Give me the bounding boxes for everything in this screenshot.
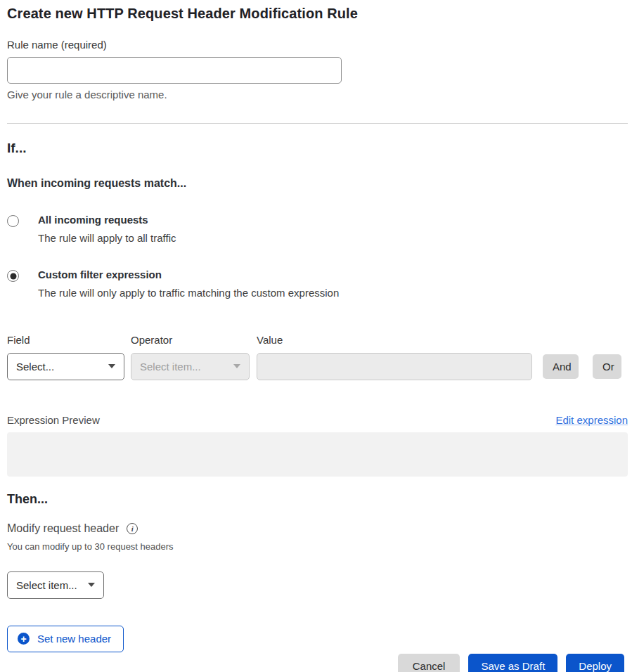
- field-select-value: Select...: [16, 361, 54, 373]
- and-button[interactable]: And: [543, 354, 579, 379]
- chevron-down-icon: [88, 583, 95, 587]
- radio-button-unselected[interactable]: [7, 215, 19, 227]
- modify-helper-text: You can modify up to 30 request headers: [7, 541, 628, 552]
- rule-name-group: Rule name (required) Give your rule a de…: [7, 39, 628, 101]
- chevron-down-icon: [108, 364, 115, 368]
- field-label: Field: [7, 334, 124, 346]
- radio-button-selected[interactable]: [7, 270, 19, 282]
- expression-preview-label: Expression Preview: [7, 414, 100, 426]
- cancel-button[interactable]: Cancel: [398, 654, 460, 672]
- operator-select-value: Select item...: [140, 361, 201, 373]
- or-button[interactable]: Or: [593, 354, 621, 379]
- footer-actions: Cancel Save as Draft Deploy: [7, 654, 628, 672]
- radio-label-all-requests[interactable]: All incoming requests: [38, 214, 176, 227]
- plus-circle-icon: +: [18, 633, 30, 645]
- radio-desc-all-requests: The rule will apply to all traffic: [38, 231, 176, 245]
- rule-name-helper: Give your rule a descriptive name.: [7, 89, 628, 101]
- set-new-header-label: Set new header: [37, 633, 111, 645]
- header-operation-select-value: Select item...: [16, 579, 77, 591]
- header-operation-select[interactable]: Select item...: [7, 571, 104, 599]
- radio-desc-custom-filter: The rule will only apply to traffic matc…: [38, 286, 339, 300]
- info-icon[interactable]: i: [127, 523, 138, 534]
- operator-select: Select item...: [131, 353, 250, 380]
- set-new-header-button[interactable]: + Set new header: [7, 626, 124, 652]
- deploy-button[interactable]: Deploy: [566, 654, 624, 672]
- rule-name-input[interactable]: [7, 57, 342, 84]
- radio-option-custom-filter[interactable]: Custom filter expression The rule will o…: [7, 269, 628, 299]
- radio-option-all-requests[interactable]: All incoming requests The rule will appl…: [7, 214, 628, 245]
- if-heading: If...: [7, 141, 628, 156]
- chevron-down-icon: [233, 364, 240, 368]
- save-as-draft-button[interactable]: Save as Draft: [468, 654, 557, 672]
- field-select[interactable]: Select...: [7, 353, 124, 380]
- value-label: Value: [257, 334, 532, 346]
- create-rule-page: Create new HTTP Request Header Modificat…: [0, 0, 632, 672]
- radio-label-custom-filter[interactable]: Custom filter expression: [38, 269, 339, 282]
- expression-preview-header: Expression Preview Edit expression: [7, 414, 628, 426]
- modify-request-header-label: Modify request header: [7, 522, 119, 535]
- expression-preview-box: [7, 432, 628, 477]
- section-divider: [7, 123, 628, 124]
- then-heading: Then...: [7, 492, 628, 507]
- operator-label: Operator: [131, 334, 250, 346]
- page-title: Create new HTTP Request Header Modificat…: [7, 6, 628, 22]
- edit-expression-link[interactable]: Edit expression: [555, 414, 628, 426]
- expression-builder-row: Field Select... Operator Select item... …: [7, 334, 628, 380]
- match-subheading: When incoming requests match...: [7, 177, 628, 190]
- value-input: [257, 353, 532, 380]
- rule-name-label: Rule name (required): [7, 39, 628, 51]
